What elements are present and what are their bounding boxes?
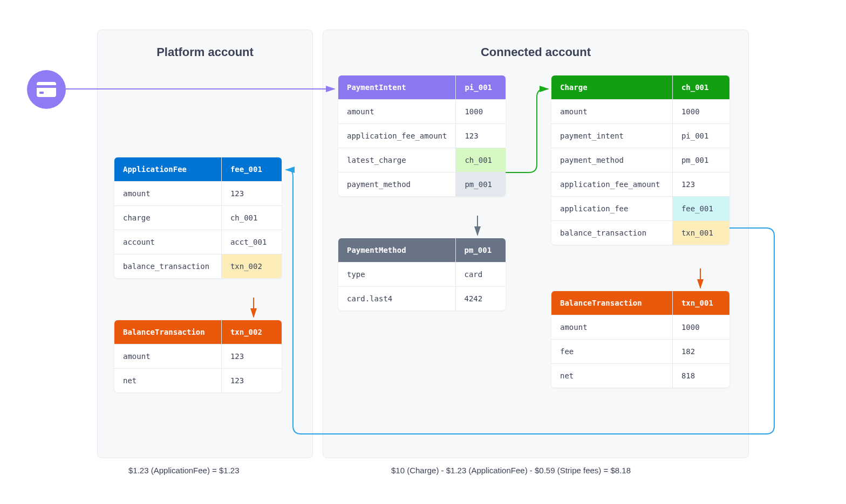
object-id: fee_001 [221, 157, 282, 182]
table-row: typecard [338, 263, 506, 287]
prop-key: amount [114, 344, 221, 369]
prop-value: 4242 [455, 287, 506, 311]
table-row: balance_transactiontxn_002 [114, 254, 282, 279]
table-row: chargech_001 [114, 206, 282, 230]
payment-method-object: PaymentMethodpm_001 typecardcard.last442… [338, 238, 506, 310]
table-row: card.last44242 [338, 287, 506, 311]
table-row: amount1000 [551, 315, 729, 340]
prop-key: card.last4 [338, 287, 455, 311]
object-name: PaymentIntent [338, 75, 456, 100]
table-row: accountacct_001 [114, 230, 282, 254]
object-id: txn_001 [672, 291, 729, 315]
prop-key: amount [114, 182, 221, 206]
prop-value: fee_001 [672, 197, 729, 221]
prop-value: pm_001 [456, 172, 506, 197]
prop-key: latest_charge [338, 148, 456, 172]
connected-title: Connected account [323, 30, 748, 59]
object-id: ch_001 [672, 75, 729, 100]
svg-rect-2 [39, 92, 44, 94]
object-id: txn_002 [221, 320, 282, 344]
payment-intent-object: PaymentIntentpi_001 amount1000applicatio… [338, 75, 506, 196]
prop-key: amount [338, 100, 456, 124]
table-row: payment_methodpm_001 [338, 172, 506, 197]
table-row: net123 [114, 369, 282, 393]
prop-value: 182 [672, 340, 729, 364]
prop-value: 123 [672, 172, 729, 197]
prop-key: amount [551, 315, 672, 340]
object-header: ApplicationFeefee_001 [114, 157, 282, 182]
prop-key: charge [114, 206, 221, 230]
prop-key: application_fee_amount [551, 172, 672, 197]
table-row: amount1000 [338, 100, 506, 124]
prop-value: 123 [221, 369, 282, 393]
object-header: Chargech_001 [551, 75, 729, 100]
prop-value: 1000 [672, 100, 729, 124]
prop-value: 123 [221, 182, 282, 206]
object-name: Charge [551, 75, 672, 100]
prop-key: application_fee_amount [338, 124, 456, 148]
object-id: pi_001 [456, 75, 506, 100]
table-row: amount123 [114, 182, 282, 206]
prop-value: ch_001 [221, 206, 282, 230]
object-header: BalanceTransactiontxn_002 [114, 320, 282, 344]
prop-key: amount [551, 100, 672, 124]
svg-rect-0 [37, 82, 56, 97]
table-row: application_feefee_001 [551, 197, 729, 221]
prop-value: 1000 [672, 315, 729, 340]
table-row: balance_transactiontxn_001 [551, 221, 729, 245]
prop-key: net [114, 369, 221, 393]
prop-key: payment_method [338, 172, 456, 197]
prop-value: txn_002 [221, 254, 282, 279]
object-name: BalanceTransaction [551, 291, 672, 315]
prop-key: payment_intent [551, 124, 672, 148]
table-row: amount123 [114, 344, 282, 369]
platform-title: Platform account [98, 30, 312, 59]
prop-key: fee [551, 340, 672, 364]
card-icon [27, 70, 66, 109]
object-header: BalanceTransactiontxn_001 [551, 291, 729, 315]
prop-value: 123 [221, 344, 282, 369]
object-header: PaymentIntentpi_001 [338, 75, 506, 100]
table-row: net818 [551, 364, 729, 388]
prop-value: 1000 [456, 100, 506, 124]
prop-key: payment_method [551, 148, 672, 172]
charge-object: Chargech_001 amount1000payment_intentpi_… [551, 75, 729, 245]
object-id: pm_001 [455, 238, 506, 263]
table-row: latest_chargech_001 [338, 148, 506, 172]
platform-caption: $1.23 (ApplicationFee) = $1.23 [128, 466, 240, 475]
connected-caption: $10 (Charge) - $1.23 (ApplicationFee) - … [391, 466, 631, 475]
object-header: PaymentMethodpm_001 [338, 238, 506, 263]
table-row: payment_intentpi_001 [551, 124, 729, 148]
prop-key: net [551, 364, 672, 388]
prop-key: account [114, 230, 221, 254]
prop-value: pi_001 [672, 124, 729, 148]
table-row: application_fee_amount123 [551, 172, 729, 197]
prop-value: pm_001 [672, 148, 729, 172]
prop-key: balance_transaction [551, 221, 672, 245]
prop-key: type [338, 263, 455, 287]
prop-value: card [455, 263, 506, 287]
object-name: PaymentMethod [338, 238, 455, 263]
prop-key: application_fee [551, 197, 672, 221]
balance-transaction-1-object: BalanceTransactiontxn_001 amount1000fee1… [551, 291, 729, 388]
table-row: payment_methodpm_001 [551, 148, 729, 172]
prop-value: ch_001 [456, 148, 506, 172]
prop-key: balance_transaction [114, 254, 221, 279]
table-row: application_fee_amount123 [338, 124, 506, 148]
prop-value: 818 [672, 364, 729, 388]
object-name: ApplicationFee [114, 157, 221, 182]
prop-value: acct_001 [221, 230, 282, 254]
table-row: amount1000 [551, 100, 729, 124]
table-row: fee182 [551, 340, 729, 364]
application-fee-object: ApplicationFeefee_001 amount123chargech_… [114, 157, 282, 278]
prop-value: txn_001 [672, 221, 729, 245]
svg-rect-1 [37, 85, 56, 88]
balance-transaction-2-object: BalanceTransactiontxn_002 amount123net12… [114, 320, 282, 392]
object-name: BalanceTransaction [114, 320, 221, 344]
prop-value: 123 [456, 124, 506, 148]
